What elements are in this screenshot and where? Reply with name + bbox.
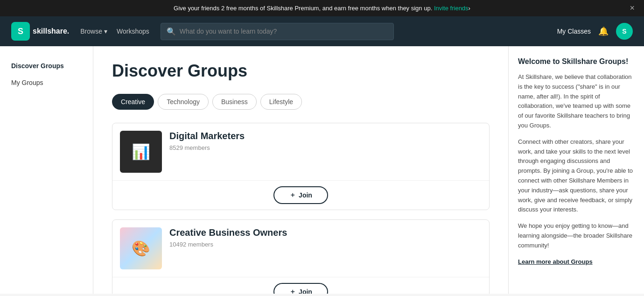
filter-tab-lifestyle[interactable]: Lifestyle	[260, 94, 302, 110]
navbar: S skillshare. Browse Workshops 🔍 My Clas…	[0, 16, 644, 46]
right-panel-paragraph-1: At Skillshare, we believe that collabora…	[518, 72, 635, 131]
workshops-link[interactable]: Workshops	[117, 28, 149, 35]
search-bar[interactable]: 🔍	[161, 23, 394, 40]
browse-menu[interactable]: Browse	[80, 28, 107, 35]
group-card-footer-creative-business-owners: ＋ Join	[112, 277, 489, 294]
group-name-creative-business-owners: Creative Business Owners	[169, 227, 482, 238]
dm-image-inner	[120, 131, 162, 173]
logo[interactable]: S skillshare.	[11, 22, 69, 41]
group-card-digital-marketers: Digital Marketers 8529 members ＋ Join	[112, 123, 490, 210]
logo-text: skillshare.	[33, 27, 69, 35]
invite-friends-link[interactable]: Invite friends	[434, 5, 469, 12]
learn-more-about-groups-link[interactable]: Learn more about Groups	[518, 258, 593, 265]
group-image-creative-business-owners	[120, 227, 162, 269]
avatar[interactable]: S	[616, 23, 633, 40]
filter-tab-creative[interactable]: Creative	[112, 94, 154, 110]
banner-text: Give your friends 2 free months of Skill…	[174, 5, 432, 12]
plus-icon-2: ＋	[289, 288, 296, 294]
group-info-digital-marketers: Digital Marketers 8529 members	[169, 131, 482, 173]
close-banner-button[interactable]: ×	[630, 3, 635, 13]
filter-tab-technology[interactable]: Technology	[158, 94, 209, 110]
invite-arrow-icon	[469, 5, 470, 12]
plus-icon: ＋	[289, 191, 296, 199]
search-icon: 🔍	[167, 27, 176, 36]
nav-links: Browse Workshops	[80, 28, 149, 35]
my-classes-link[interactable]: My Classes	[557, 28, 591, 35]
sidebar: Discover Groups My Groups	[0, 46, 93, 294]
search-input[interactable]	[180, 28, 388, 35]
right-panel: Welcome to Skillshare Groups! At Skillsh…	[509, 46, 644, 294]
group-info-creative-business-owners: Creative Business Owners 10492 members	[169, 227, 482, 269]
sidebar-item-my-groups[interactable]: My Groups	[0, 74, 93, 91]
notifications-bell-icon[interactable]: 🔔	[598, 26, 609, 36]
right-panel-title: Welcome to Skillshare Groups!	[518, 57, 635, 66]
join-button-creative-business-owners[interactable]: ＋ Join	[273, 283, 328, 294]
main-layout: Discover Groups My Groups Discover Group…	[0, 46, 644, 294]
logo-icon: S	[11, 22, 30, 41]
right-panel-paragraph-3: We hope you enjoy getting to know—and le…	[518, 221, 635, 250]
page-title: Discover Groups	[112, 61, 490, 81]
filter-tab-business[interactable]: Business	[212, 94, 257, 110]
group-card-footer-digital-marketers: ＋ Join	[112, 180, 489, 210]
group-members-creative-business-owners: 10492 members	[169, 241, 482, 248]
group-card-creative-business-owners: Creative Business Owners 10492 members ＋…	[112, 219, 490, 294]
right-panel-paragraph-2: Connect with other creators, share your …	[518, 137, 635, 215]
sidebar-item-discover-groups[interactable]: Discover Groups	[0, 57, 93, 74]
group-name-digital-marketers: Digital Marketers	[169, 131, 482, 141]
cbo-image-inner	[120, 227, 162, 269]
content-area: Discover Groups Creative Technology Busi…	[93, 46, 509, 294]
promo-banner: Give your friends 2 free months of Skill…	[0, 0, 644, 16]
group-members-digital-marketers: 8529 members	[169, 144, 482, 151]
nav-right: My Classes 🔔 S	[557, 23, 633, 40]
group-image-digital-marketers	[120, 131, 162, 173]
join-button-digital-marketers[interactable]: ＋ Join	[273, 186, 328, 204]
filter-tabs: Creative Technology Business Lifestyle	[112, 94, 490, 110]
